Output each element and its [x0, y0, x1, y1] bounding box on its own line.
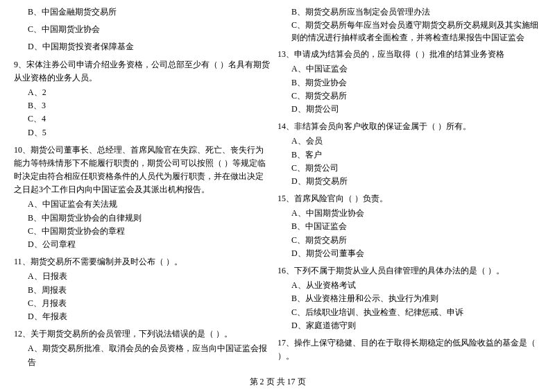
q12-option-c: C、期货交易所每年应当对会员遵守期货交易所交易规则及其实施细则的情况进行抽样或者… [278, 19, 541, 44]
question-16: 16、下列不属于期货从业人员自律管理的具体办法的是（ ）。 A、从业资格考试 B… [278, 264, 541, 332]
q12-option-a: A、期货交易所批准、取消会员的会员资格，应当向中国证监会报告 [14, 342, 271, 368]
question-12-text: 12、关于期货交易所的会员管理，下列说法错误的是（ ）。 [14, 327, 271, 341]
page: B、中国金融期货交易所 C、中国期货业协会 D、中国期货投资者保障基金 9、宋体… [0, 0, 555, 392]
question-11: 11、期货交易所不需要编制并及时公布（ ）。 A、日报表 B、周报表 C、月报表… [14, 255, 271, 323]
question-14: 14、非结算会员向客户收取的保证金属于（ ）所有。 A、会员 B、客户 C、期货… [278, 120, 541, 188]
question-14-text: 14、非结算会员向客户收取的保证金属于（ ）所有。 [278, 120, 541, 133]
q14-option-b: B、客户 [278, 148, 541, 162]
option-text: B、中国金融期货交易所 [14, 6, 271, 19]
q16-option-b: B、从业资格注册和公示、执业行为准则 [278, 292, 541, 305]
q13-option-a: A、中国证监会 [278, 62, 541, 76]
question-17-text: 17、操作上保守稳健、目的在于取得长期稳定的低风险收益的基金是（ ）。 [278, 336, 541, 363]
q16-option-c: C、后续职业培训、执业检查、纪律惩戒、申诉 [278, 306, 541, 319]
q9-option-b: B、3 [14, 99, 271, 112]
question-15-text: 15、首席风险官向（ ）负责。 [278, 192, 541, 205]
q15-option-b: B、中国证监会 [278, 220, 541, 233]
q9-option-a: A、2 [14, 86, 271, 99]
q10-option-a: A、中国证监会有关法规 [14, 198, 271, 211]
q13-option-d: D、期货公司 [278, 103, 541, 116]
q9-option-c: C、4 [14, 112, 271, 126]
q15-option-c: C、期货交易所 [278, 234, 541, 247]
left-column: B、中国金融期货交易所 C、中国期货业协会 D、中国期货投资者保障基金 9、宋体… [14, 6, 271, 373]
option-d-investor: D、中国期货投资者保障基金 [14, 40, 271, 53]
q11-option-a: A、日报表 [14, 270, 271, 283]
option-b-gold: B、中国金融期货交易所 [14, 6, 271, 19]
question-16-text: 16、下列不属于期货从业人员自律管理的具体办法的是（ ）。 [278, 264, 541, 278]
option-text: D、中国期货投资者保障基金 [14, 40, 271, 53]
q13-option-c: C、期货交易所 [278, 90, 541, 103]
q10-option-c: C、中国期货业协会的章程 [14, 225, 271, 238]
question-9: 9、宋体注券公司申请介绍业务资格，公司总部至少有（ ）名具有期货从业资格的业务人… [14, 58, 271, 139]
q12-option-b: B、期货交易所应当制定会员管理办法 [278, 6, 541, 19]
q16-option-a: A、从业资格考试 [278, 279, 541, 292]
question-10-text: 10、期货公司董事长、总经理、首席风险官在失踪、死亡、丧失行为能力等特殊情形下不… [14, 144, 271, 197]
q10-option-b: B、中国期货业协会的自律规则 [14, 212, 271, 225]
q13-option-b: B、期货业协会 [278, 76, 541, 90]
right-column: B、期货交易所应当制定会员管理办法 C、期货交易所每年应当对会员遵守期货交易所交… [278, 6, 541, 373]
question-12: 12、关于期货交易所的会员管理，下列说法错误的是（ ）。 A、期货交易所批准、取… [14, 327, 271, 369]
q12-continued: B、期货交易所应当制定会员管理办法 C、期货交易所每年应当对会员遵守期货交易所交… [278, 6, 541, 44]
option-c-futures: C、中国期货业协会 [14, 23, 271, 36]
q11-option-c: C、月报表 [14, 297, 271, 310]
question-11-text: 11、期货交易所不需要编制并及时公布（ ）。 [14, 255, 271, 269]
q14-option-d: D、期货交易所 [278, 175, 541, 188]
option-text: C、中国期货业协会 [14, 23, 271, 36]
question-17: 17、操作上保守稳健、目的在于取得长期稳定的低风险收益的基金是（ ）。 [278, 336, 541, 363]
question-15: 15、首席风险官向（ ）负责。 A、中国期货业协会 B、中国证监会 C、期货交易… [278, 192, 541, 260]
q10-option-d: D、公司章程 [14, 238, 271, 251]
question-13: 13、申请成为结算会员的，应当取得（ ）批准的结算业务资格 A、中国证监会 B、… [278, 48, 541, 116]
page-number: 第 2 页 共 17 页 [250, 377, 306, 386]
page-footer: 第 2 页 共 17 页 [0, 376, 555, 388]
q14-option-a: A、会员 [278, 135, 541, 148]
q16-option-d: D、家庭道德守则 [278, 319, 541, 332]
q15-option-a: A、中国期货业协会 [278, 207, 541, 220]
question-10: 10、期货公司董事长、总经理、首席风险官在失踪、死亡、丧失行为能力等特殊情形下不… [14, 144, 271, 252]
q14-option-c: C、期货公司 [278, 162, 541, 175]
q9-option-d: D、5 [14, 126, 271, 139]
main-columns: B、中国金融期货交易所 C、中国期货业协会 D、中国期货投资者保障基金 9、宋体… [14, 6, 541, 373]
question-9-text: 9、宋体注券公司申请介绍业务资格，公司总部至少有（ ）名具有期货从业资格的业务人… [14, 58, 271, 85]
question-13-text: 13、申请成为结算会员的，应当取得（ ）批准的结算业务资格 [278, 48, 541, 61]
q11-option-b: B、周报表 [14, 284, 271, 297]
q11-option-d: D、年报表 [14, 310, 271, 323]
q15-option-d: D、期货公司董事会 [278, 247, 541, 260]
